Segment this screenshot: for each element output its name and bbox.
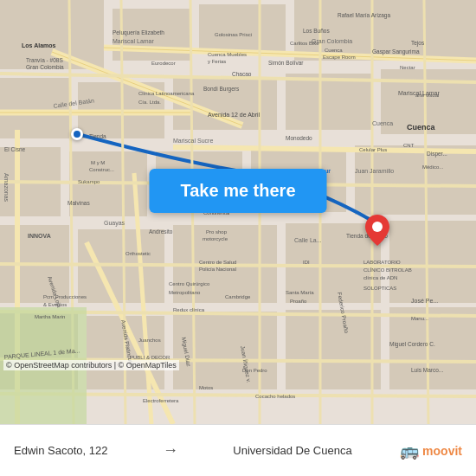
svg-text:Los Alamos: Los Alamos: [22, 42, 56, 48]
svg-text:Orthostetic: Orthostetic: [125, 251, 151, 256]
svg-text:Cambridge: Cambridge: [225, 294, 251, 299]
svg-text:Mariscal Sucre: Mariscal Sucre: [173, 138, 213, 144]
svg-text:Malvinas: Malvinas: [68, 200, 90, 206]
svg-text:Andresito: Andresito: [149, 228, 173, 235]
svg-text:Manu...: Manu...: [411, 316, 428, 321]
moovit-brand-text: moovit: [422, 444, 462, 458]
svg-text:Cocacho helados: Cocacho helados: [255, 394, 295, 399]
svg-text:CNT: CNT: [403, 143, 415, 148]
route-from: Edwin Sacoto, 122: [14, 444, 107, 457]
map-view: PARQUE LINEAL 1 de Ma... Calle del Batán…: [0, 0, 476, 424]
route-to: Universidad De Cuenca: [233, 444, 351, 457]
svg-text:Gran Colombia: Gran Colombia: [26, 64, 64, 70]
svg-text:Construc...: Construc...: [89, 167, 114, 172]
svg-text:arte visual: arte visual: [415, 93, 439, 98]
moovit-logo: 🚌 moovit: [400, 441, 462, 460]
svg-text:clínica de ADN: clínica de ADN: [363, 275, 397, 280]
map-attribution: © OpenStreetMap contributors | © OpenMap…: [3, 360, 179, 370]
svg-text:Cuenca Muebles: Cuenca Muebles: [208, 52, 247, 57]
svg-text:Peluquería Elizabeth: Peluquería Elizabeth: [113, 29, 164, 36]
svg-text:Pro shop: Pro shop: [206, 229, 228, 235]
svg-text:Metropolitano: Metropolitano: [169, 290, 201, 295]
svg-text:Juanchos: Juanchos: [138, 338, 161, 343]
svg-text:Gaspar Sangurima: Gaspar Sangurima: [372, 48, 420, 55]
svg-text:Martha Marin: Martha Marin: [35, 314, 65, 319]
svg-text:IDI: IDI: [303, 260, 310, 265]
svg-text:Motos: Motos: [199, 385, 213, 390]
svg-text:Chacao: Chacao: [232, 71, 252, 77]
svg-text:Redux clínica: Redux clínica: [173, 307, 205, 312]
svg-text:INNOVA: INNOVA: [28, 233, 51, 239]
svg-text:y Ferias: y Ferias: [208, 59, 226, 64]
svg-text:Calle La...: Calle La...: [294, 237, 322, 243]
svg-text:Médico...: Médico...: [422, 164, 444, 170]
route-arrow: →: [163, 441, 178, 460]
svg-text:SOLOPTICAS: SOLOPTICAS: [363, 286, 396, 291]
svg-rect-3: [199, 4, 286, 52]
svg-text:José Pe...: José Pe...: [411, 298, 438, 304]
svg-text:Proaño: Proaño: [290, 299, 307, 304]
svg-text:Tienda: Tienda: [89, 133, 106, 139]
svg-text:Luis Marco...: Luis Marco...: [411, 367, 443, 373]
svg-text:Cuenca: Cuenca: [407, 123, 436, 132]
svg-text:Mariscal Lamar: Mariscal Lamar: [113, 38, 155, 44]
svg-text:Golosinas Prisci: Golosinas Prisci: [215, 32, 252, 37]
svg-text:Celular Plus: Celular Plus: [359, 147, 387, 152]
take-me-there-button[interactable]: Take me there: [149, 169, 326, 213]
svg-text:Clínica Latinoamericana: Clínica Latinoamericana: [138, 91, 195, 96]
svg-text:Bondi Burgers: Bondi Burgers: [203, 86, 240, 93]
svg-text:Rafael María Arízaga: Rafael María Arízaga: [338, 12, 390, 19]
svg-text:Pcm Producciones: Pcm Producciones: [43, 294, 87, 299]
svg-text:LABORATORIO: LABORATORIO: [363, 260, 401, 265]
svg-rect-8: [286, 74, 372, 130]
svg-text:Nectar: Nectar: [400, 65, 415, 70]
svg-text:Guayas: Guayas: [104, 220, 125, 227]
svg-text:Escape Room: Escape Room: [323, 55, 356, 60]
svg-text:Policía Nacional: Policía Nacional: [199, 267, 236, 272]
svg-text:Cuenca: Cuenca: [325, 48, 343, 53]
svg-rect-19: [389, 221, 476, 303]
svg-text:Centro Quirúrgico: Centro Quirúrgico: [169, 281, 210, 286]
svg-text:Avenida 12 de Abril: Avenida 12 de Abril: [208, 112, 261, 118]
svg-rect-23: [286, 310, 381, 389]
bottom-bar: Edwin Sacoto, 122 → Universidad De Cuenc…: [0, 424, 476, 476]
svg-text:Cuenca: Cuenca: [372, 120, 393, 126]
destination-marker: [365, 215, 389, 249]
svg-point-133: [372, 222, 383, 232]
svg-text:Eurodecor: Eurodecor: [151, 61, 176, 66]
svg-text:Amazonas: Amazonas: [3, 173, 10, 203]
svg-text:El Cisne: El Cisne: [4, 146, 26, 152]
svg-text:Electroferretera: Electroferretera: [143, 398, 179, 403]
svg-text:Simón Bolívar: Simón Bolívar: [268, 60, 304, 66]
svg-text:Tranvía - #08S: Tranvía - #08S: [26, 57, 63, 63]
svg-text:Monodedo: Monodedo: [286, 135, 312, 141]
svg-text:Juan Jaramillo: Juan Jaramillo: [355, 168, 394, 174]
svg-text:Tejos: Tejos: [411, 40, 425, 47]
svg-text:Sukampo: Sukampo: [78, 179, 100, 184]
origin-marker: [71, 128, 83, 140]
svg-rect-24: [389, 307, 476, 389]
svg-text:Los Buños: Los Buños: [303, 28, 330, 34]
svg-text:Disper...: Disper...: [427, 151, 447, 158]
svg-text:motorcycle: motorcycle: [203, 236, 228, 241]
svg-text:Miguel Cordero C.: Miguel Cordero C.: [389, 341, 435, 348]
svg-text:CLÍNICO BITROLAB: CLÍNICO BITROLAB: [363, 267, 412, 273]
svg-text:M y M: M y M: [91, 160, 105, 165]
svg-text:Santa María: Santa María: [286, 290, 314, 295]
svg-text:Cía. Ltda.: Cía. Ltda.: [138, 100, 161, 105]
svg-text:Carlitos Bike: Carlitos Bike: [290, 41, 319, 46]
svg-text:Centro de Salud: Centro de Salud: [199, 260, 236, 265]
